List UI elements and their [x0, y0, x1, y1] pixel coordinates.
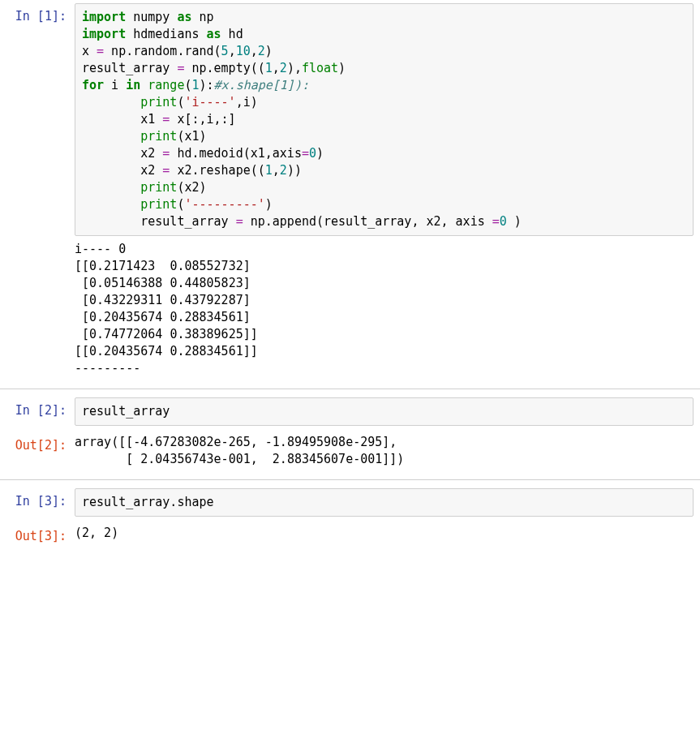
- code-cell: In [1]: import numpy as np import hdmedi…: [0, 0, 700, 382]
- result-output: (2, 2): [75, 523, 694, 543]
- code-input[interactable]: import numpy as np import hdmedians as h…: [75, 3, 694, 236]
- cell-content: result_array.shape: [75, 488, 700, 517]
- cell-content: import numpy as np import hdmedians as h…: [75, 3, 700, 379]
- code-input[interactable]: result_array.shape: [75, 488, 694, 517]
- input-prompt: In [2]:: [0, 397, 75, 426]
- code-cell: In [2]: result_array: [0, 389, 700, 429]
- cell-content: (2, 2): [75, 523, 700, 545]
- cell-content: result_array: [75, 397, 700, 426]
- input-prompt: In [3]:: [0, 488, 75, 517]
- code-cell: In [3]: result_array.shape: [0, 479, 700, 520]
- output-prompt: Out[2]:: [0, 432, 75, 470]
- result-output: array([[-4.67283082e-265, -1.89495908e-2…: [75, 432, 694, 470]
- output-row: Out[3]: (2, 2): [0, 520, 700, 548]
- output-prompt: Out[3]:: [0, 523, 75, 545]
- code-input[interactable]: result_array: [75, 397, 694, 426]
- output-row: Out[2]: array([[-4.67283082e-265, -1.894…: [0, 429, 700, 473]
- input-prompt: In [1]:: [0, 3, 75, 379]
- cell-content: array([[-4.67283082e-265, -1.89495908e-2…: [75, 432, 700, 470]
- stdout-output: i---- 0 [[0.2171423 0.08552732] [0.05146…: [75, 236, 694, 379]
